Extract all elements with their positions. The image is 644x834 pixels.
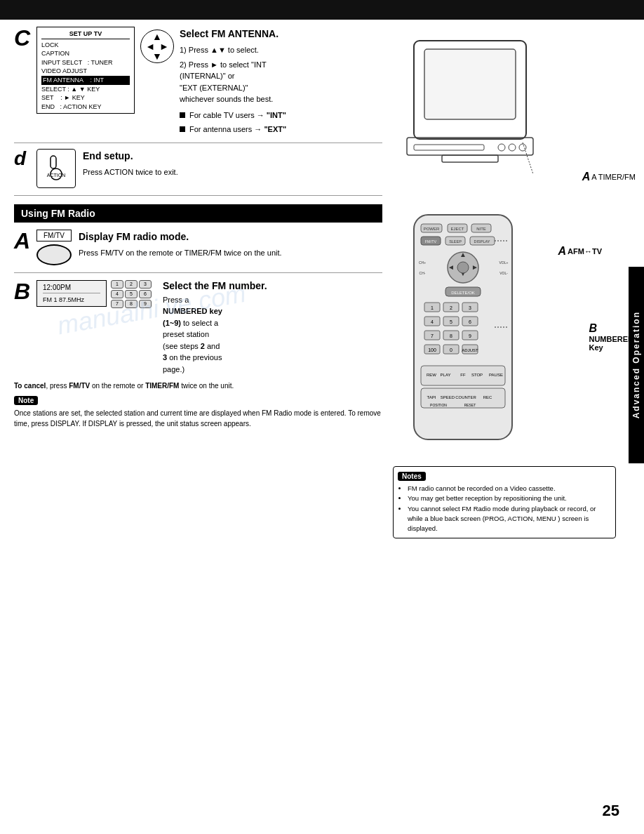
svg-text:TAPI: TAPI bbox=[427, 395, 436, 399]
fmtv-button-container: FM/TV bbox=[36, 230, 72, 265]
section-b-fm-title: Select the FM number. bbox=[163, 280, 267, 291]
section-c: C SET UP TV LOCK CAPTION INPUT SELCT : T… bbox=[14, 27, 382, 143]
svg-text:REW: REW bbox=[427, 373, 436, 377]
num-btn-5: 5 bbox=[125, 290, 137, 298]
svg-text:VOL+: VOL+ bbox=[499, 260, 509, 265]
svg-text:3: 3 bbox=[469, 305, 471, 310]
section-a-fm-title: Display FM radio mode. bbox=[79, 230, 282, 244]
menu-item-select: SELECT : ▲ ▼ KEY bbox=[41, 85, 130, 94]
svg-text:9: 9 bbox=[469, 333, 471, 338]
svg-point-7 bbox=[498, 144, 505, 151]
svg-text:ACTION: ACTION bbox=[47, 173, 65, 178]
timer-fm-text: A TIMER/FM bbox=[591, 173, 636, 181]
svg-text:PAUSE: PAUSE bbox=[489, 373, 503, 377]
step-1: 1) Press ▲▼ to select. bbox=[180, 44, 286, 56]
note-item-3: You cannot select FM Radio mode during p… bbox=[408, 504, 611, 534]
menu-item-input: INPUT SELCT : TUNER bbox=[41, 58, 130, 67]
advanced-operation-label: Advanced Operation bbox=[631, 311, 641, 418]
svg-text:ADJUST: ADJUST bbox=[462, 348, 478, 352]
menu-item-video: VIDEO ADJUST bbox=[41, 67, 130, 76]
svg-text:REC: REC bbox=[483, 395, 492, 399]
svg-text:EJECT: EJECT bbox=[450, 227, 464, 231]
timer-fm-label: A A TIMER/FM bbox=[582, 171, 636, 183]
svg-text:5: 5 bbox=[450, 319, 452, 324]
action-icon-svg: ACTION bbox=[42, 154, 70, 183]
section-a-fm-instructions: Display FM radio mode. Press FM/TV on th… bbox=[79, 230, 282, 259]
section-d-description: Press ACTION twice to exit. bbox=[83, 166, 178, 178]
notes-list: FM radio cannot be recorded on a Video c… bbox=[398, 484, 611, 534]
section-d: d ACTION End setup. Press ACTION twice t… bbox=[14, 149, 382, 196]
svg-point-30 bbox=[457, 262, 469, 273]
menu-item-fm-antenna: FM ANTENNA : INT bbox=[41, 76, 130, 85]
note-text: Once stations are set, the selected stat… bbox=[14, 408, 382, 429]
tv-image-area: A A TIMER/FM bbox=[393, 34, 637, 204]
section-d-title: End setup. bbox=[83, 149, 178, 164]
notes-box-right: Notes FM radio cannot be recorded on a V… bbox=[393, 466, 616, 538]
bullet-cable: For cable TV users → "INT" bbox=[180, 110, 286, 121]
note-section: Note Once stations are set, the selected… bbox=[14, 395, 382, 429]
num-btn-7: 7 bbox=[111, 300, 123, 308]
num-btn-2: 2 bbox=[125, 280, 137, 289]
svg-text:0: 0 bbox=[450, 348, 452, 352]
svg-text:POSITION: POSITION bbox=[430, 403, 447, 407]
num-btn-9: 9 bbox=[139, 300, 152, 308]
step-2: 2) Press ► to select "INT(INTERNAL)" or"… bbox=[180, 59, 286, 105]
bullet-antenna-text: For antenna users → "EXT" bbox=[189, 124, 286, 135]
svg-text:FM/TV: FM/TV bbox=[425, 239, 437, 244]
fm-display-box: 12:00PM FM 1 87.5MHz bbox=[36, 280, 107, 307]
svg-text:RESET: RESET bbox=[464, 403, 476, 407]
bullet-cable-text: For cable TV users → "INT" bbox=[189, 110, 286, 121]
svg-text:100: 100 bbox=[428, 348, 436, 352]
section-b-fm-instructions: Select the FM number. Press a NUMBERED k… bbox=[163, 280, 267, 376]
action-key-icon: ACTION bbox=[36, 149, 76, 188]
bullet-antenna: For antenna users → "EXT" bbox=[180, 124, 286, 135]
tv-svg bbox=[393, 34, 547, 202]
note-label: Note bbox=[14, 396, 38, 405]
svg-text:VOL-: VOL- bbox=[499, 271, 508, 275]
svg-text:CH+: CH+ bbox=[419, 260, 426, 265]
section-a-fm-letter: A bbox=[14, 230, 31, 252]
svg-text:STOP: STOP bbox=[471, 373, 483, 377]
fm-radio-header: Using FM Radio bbox=[14, 204, 382, 223]
svg-text:DELETE/OK: DELETE/OK bbox=[451, 291, 475, 295]
svg-text:SLEEP: SLEEP bbox=[449, 239, 462, 244]
svg-text:8: 8 bbox=[450, 333, 452, 338]
num-btn-3: 3 bbox=[139, 280, 152, 289]
numbered-keys-container: 1 2 3 4 5 6 7 8 9 bbox=[111, 280, 157, 308]
svg-text:7: 7 bbox=[431, 333, 434, 338]
remote-area: A AFM↔TV POWER EJECT NITE FM/TV bbox=[393, 211, 637, 452]
right-col-inner: A A TIMER/FM A AFM↔TV POWER bbox=[393, 34, 637, 538]
fm-radio-section: Using FM Radio A FM/TV Display FM radio … bbox=[14, 204, 382, 430]
menu-title: SET UP TV bbox=[41, 29, 130, 39]
left-column: C SET UP TV LOCK CAPTION INPUT SELCT : T… bbox=[0, 20, 393, 545]
svg-text:CH-: CH- bbox=[420, 271, 426, 275]
label-a-fm: A AFM↔TV bbox=[558, 245, 602, 258]
cancel-note: To cancel, press FM/TV on the remote or … bbox=[14, 382, 382, 390]
notes-title: Notes bbox=[398, 472, 426, 481]
svg-rect-4 bbox=[424, 49, 516, 119]
advanced-operation-sidebar: Advanced Operation bbox=[629, 267, 644, 463]
a-label-text: AFM↔TV bbox=[568, 247, 602, 256]
fmtv-label: FM/TV bbox=[36, 230, 72, 241]
svg-text:FF: FF bbox=[460, 373, 466, 377]
svg-rect-6 bbox=[414, 145, 484, 150]
svg-text:▲: ▲ bbox=[459, 251, 467, 258]
section-b-fm-letter: B bbox=[14, 280, 31, 303]
svg-text:2: 2 bbox=[450, 305, 452, 310]
svg-text:1: 1 bbox=[431, 305, 434, 310]
svg-text:POWER: POWER bbox=[424, 227, 440, 231]
svg-rect-5 bbox=[407, 138, 533, 155]
num-btn-6: 6 bbox=[139, 290, 152, 298]
display-time: 12:00PM bbox=[43, 284, 100, 293]
svg-text:SPEED: SPEED bbox=[441, 395, 455, 399]
svg-text:4: 4 bbox=[431, 319, 434, 324]
svg-text:NITE: NITE bbox=[476, 227, 486, 231]
section-a-fm-description: Press FM/TV on the remote or TIMER/FM tw… bbox=[79, 247, 282, 259]
page-number: 25 bbox=[603, 802, 619, 820]
note-item-2: You may get better reception by repositi… bbox=[408, 494, 611, 503]
menu-item-lock: LOCK bbox=[41, 41, 130, 50]
svg-rect-10 bbox=[442, 155, 498, 162]
section-c-letter: C bbox=[14, 27, 31, 49]
num-btn-8: 8 bbox=[125, 300, 137, 308]
menu-item-caption: CAPTION bbox=[41, 49, 130, 58]
